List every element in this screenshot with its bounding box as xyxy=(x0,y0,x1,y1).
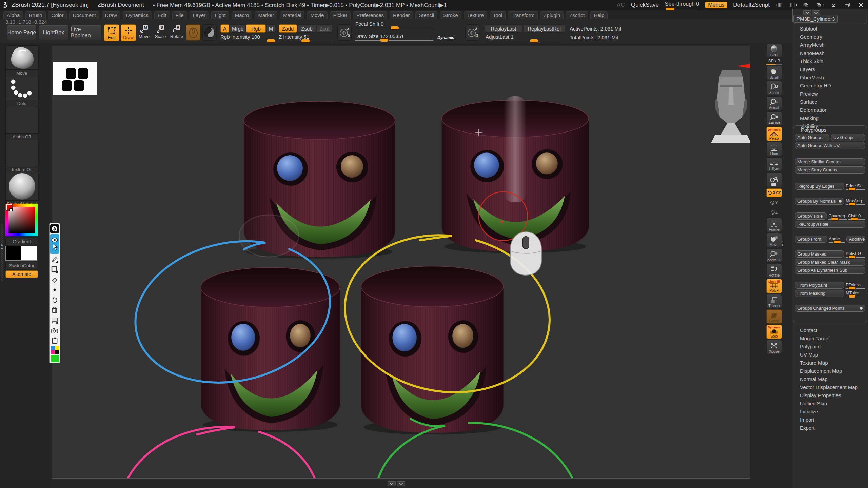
ptolerance-slider[interactable]: PTolera xyxy=(846,282,865,289)
see-through-handle[interactable] xyxy=(666,8,674,10)
m-toggle[interactable]: M xyxy=(267,24,275,33)
undo-button[interactable] xyxy=(50,295,59,305)
scale-mode-button[interactable]: S Scale xyxy=(153,24,167,41)
edge-sel-slider[interactable]: Edge Se xyxy=(846,183,865,190)
divider-bars-right-icon[interactable] xyxy=(789,2,797,8)
minimize-button[interactable] xyxy=(830,2,837,8)
alpha-thumbnail[interactable] xyxy=(5,107,39,134)
current-material-button[interactable] xyxy=(202,24,217,41)
color-quad-swatch[interactable] xyxy=(50,346,59,354)
section-thick-skin[interactable]: Thick Skin xyxy=(792,57,868,65)
quicksave-button[interactable]: QuickSave xyxy=(631,2,659,8)
pen-tool-button[interactable] xyxy=(50,224,59,233)
bottom-collapse-right[interactable] xyxy=(397,481,405,486)
xpose-button[interactable]: Xpose xyxy=(766,340,782,354)
camera-lock-button[interactable] xyxy=(766,172,782,187)
tool-collapse-left[interactable] xyxy=(803,10,811,15)
section-surface[interactable]: Surface xyxy=(792,98,868,106)
menu-color[interactable]: Color xyxy=(48,11,67,19)
angle-slider[interactable]: Angle xyxy=(829,236,845,243)
zoom-button[interactable]: Zoom xyxy=(766,81,782,95)
menu-stencil[interactable]: Stencil xyxy=(415,11,437,19)
home-page-button[interactable]: Home Page xyxy=(7,25,37,40)
see-through-slider[interactable]: See-through 0 xyxy=(665,1,699,9)
rotate-xyz-button[interactable]: XYZ xyxy=(766,188,782,197)
material-thumbnail[interactable] xyxy=(5,172,39,201)
left-tray-divider[interactable] xyxy=(1,224,3,281)
section-fibermesh[interactable]: FiberMesh xyxy=(792,73,868,81)
section-import[interactable]: Import xyxy=(792,415,868,424)
stroke-dots-thumbnail[interactable] xyxy=(5,76,39,100)
current-alpha-slot[interactable]: Alpha Off xyxy=(5,107,38,140)
eye-icon[interactable] xyxy=(51,237,58,243)
eye-cursor-tools[interactable] xyxy=(50,234,59,254)
actual-button[interactable]: x1 Actual xyxy=(766,96,782,110)
group-masked-button[interactable]: Group Masked xyxy=(795,250,844,258)
mtolerance-slider[interactable]: MToler xyxy=(846,290,865,297)
section-contact[interactable]: Contact xyxy=(792,326,868,334)
current-brush-button[interactable] xyxy=(186,24,200,41)
cylinder-top-right[interactable] xyxy=(442,96,589,253)
menu-tool[interactable]: Tool xyxy=(490,11,506,19)
section-display-properties[interactable]: Display Properties xyxy=(792,391,868,399)
camera-button[interactable] xyxy=(50,326,59,335)
regroup-visible-button[interactable]: ReGroupVisible xyxy=(795,221,865,228)
menu-zplugin[interactable]: Zplugin xyxy=(540,11,564,19)
zcut-toggle[interactable]: Zcut xyxy=(317,24,332,33)
section-arraymesh[interactable]: ArrayMesh xyxy=(792,41,868,49)
menu-transform[interactable]: Transform xyxy=(508,11,538,19)
live-boolean-button[interactable]: Live Boolean xyxy=(71,25,102,40)
current-stroke-slot[interactable]: Dots xyxy=(5,76,38,107)
additive-button[interactable]: Additive xyxy=(846,236,865,243)
aahalf-button[interactable]: AAHalf xyxy=(766,111,782,126)
group-front-button[interactable]: Group Front xyxy=(795,236,827,243)
frame-button[interactable]: Frame xyxy=(766,218,782,232)
adjust-last-slider[interactable]: AdjustLast 1 xyxy=(486,34,558,40)
draw-size-slider[interactable]: Draw Size 172.05351 xyxy=(355,33,433,39)
zadd-toggle[interactable]: Zadd xyxy=(279,24,297,33)
uv-groups-button[interactable]: Uv Groups xyxy=(831,134,865,141)
spix-slider[interactable]: SPix 3 xyxy=(766,59,782,65)
menu-marker[interactable]: Marker xyxy=(255,11,277,19)
ac-toggle[interactable]: AC xyxy=(617,2,625,8)
secondary-color-swatch[interactable] xyxy=(21,246,37,261)
cylinder-bottom-left[interactable] xyxy=(201,267,340,432)
alternate-slot[interactable]: Alternate xyxy=(5,270,38,278)
menu-stroke[interactable]: Stroke xyxy=(440,11,461,19)
group-masked-clear-mask-button[interactable]: Group Masked Clear Mask xyxy=(795,259,865,266)
edit-mode-button[interactable]: Edit xyxy=(104,24,119,41)
current-texture-slot[interactable]: Texture Off xyxy=(5,140,38,173)
section-vector-displacement-map[interactable]: Vector Displacement Map xyxy=(792,383,868,391)
regroup-by-edges-button[interactable]: Regroup By Edges xyxy=(795,183,844,190)
dock-right-icon[interactable] xyxy=(816,2,824,8)
clstr-slider[interactable]: Clstr 0. xyxy=(848,212,865,220)
polygroups-header[interactable]: Polygroups xyxy=(795,127,865,133)
default-zscript-button[interactable]: DefaultZScript xyxy=(733,2,770,8)
adjust-last-handle[interactable] xyxy=(530,39,538,43)
cursor-arrow-icon[interactable] xyxy=(51,243,58,251)
hue-ring[interactable] xyxy=(5,204,38,236)
mrgb-toggle[interactable]: Mrgb xyxy=(230,24,245,33)
pencil-tool-button[interactable] xyxy=(50,255,59,264)
bottom-collapse-left[interactable] xyxy=(388,481,396,486)
current-tool-button[interactable]: PM3D_Cylinder3 xyxy=(793,15,838,23)
current-brush-slot[interactable]: Move xyxy=(5,45,38,77)
current-material-slot[interactable]: StartupMaterial xyxy=(5,172,38,207)
rgb-intensity-handle[interactable] xyxy=(267,39,275,43)
tool-collapse-right[interactable] xyxy=(812,10,820,15)
polish-slider[interactable]: PolishG xyxy=(846,250,865,258)
menu-help[interactable]: Help xyxy=(590,11,608,19)
green-swatch[interactable] xyxy=(50,355,59,362)
texture-thumbnail[interactable] xyxy=(5,140,39,166)
easel-button[interactable] xyxy=(50,316,59,325)
rgb-toggle[interactable]: Rgb xyxy=(246,24,266,33)
section-geometry[interactable]: Geometry xyxy=(792,33,868,41)
bpr-button[interactable]: BPR xyxy=(766,44,782,58)
section-deformation[interactable]: Deformation xyxy=(792,106,868,114)
replay-last-button[interactable]: ReplayLast xyxy=(485,24,522,33)
divider-bars-left-icon[interactable] xyxy=(776,2,783,8)
from-polypaint-button[interactable]: From Polypaint xyxy=(795,282,844,289)
floor-button[interactable]: x Y z Floor xyxy=(766,142,782,156)
group-as-dynamesh-sub-button[interactable]: Group As Dynamesh Sub xyxy=(795,267,865,274)
dynamic-draw-size-toggle[interactable]: Dynamic xyxy=(437,35,454,40)
